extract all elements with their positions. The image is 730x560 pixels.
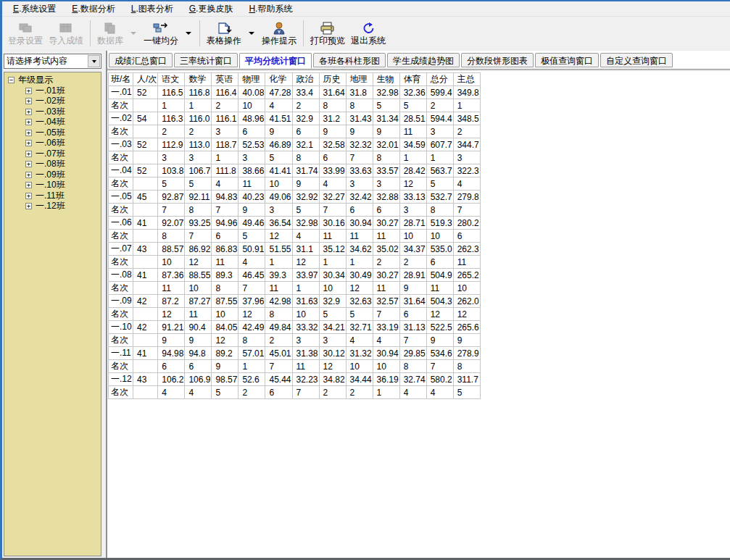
expand-icon[interactable]: + [25, 161, 32, 167]
tab[interactable]: 自定义查询窗口 [600, 53, 673, 67]
menu-item[interactable]: E.系统设置 [5, 1, 64, 17]
table-cell: 35.02 [373, 243, 399, 256]
table-cell: 1 [212, 151, 239, 164]
menu-item[interactable]: L.图表分析 [123, 1, 181, 17]
expand-icon[interactable]: + [25, 88, 32, 94]
menu-item[interactable]: H.帮助系统 [241, 1, 300, 17]
menu-item-label: .更换皮肤 [196, 4, 233, 14]
table-cell: 30.27 [373, 269, 399, 282]
table-cell: 5 [185, 177, 212, 191]
table-cell: 52 [133, 138, 158, 151]
menu-item[interactable]: G.更换皮肤 [181, 1, 241, 17]
table-cell: 3 [292, 334, 319, 347]
table-cell: 6 [292, 125, 319, 138]
tab[interactable]: 学生成绩趋势图 [387, 53, 460, 67]
expand-icon[interactable]: + [25, 98, 32, 104]
toolbar-one-key-average-button[interactable]: 一键均分 [141, 18, 181, 49]
toolbar-table-operations-dropdown[interactable] [244, 18, 259, 49]
table-cell: 33.19 [373, 321, 399, 334]
collapse-icon[interactable]: − [8, 77, 14, 83]
tab[interactable]: 各班各科柱形图 [313, 53, 386, 67]
table-cell: 一.05 [109, 191, 133, 204]
table-cell: 88.55 [185, 269, 212, 282]
toolbar-login-settings-button[interactable]: 登录设置 [5, 18, 46, 49]
table-cell: 28.51 [399, 112, 426, 125]
combo-dropdown-button[interactable] [88, 55, 100, 67]
toolbar-table-operations-button[interactable]: 表格操作 [204, 18, 244, 49]
expand-icon[interactable]: + [25, 119, 32, 125]
tree-item-class[interactable]: +一.12班 [8, 201, 101, 212]
table-cell: 92.87 [158, 191, 185, 204]
table-cell: 111.8 [212, 164, 239, 177]
expand-icon[interactable]: + [25, 130, 32, 136]
expand-icon[interactable]: + [25, 172, 32, 178]
expand-icon[interactable]: + [25, 109, 32, 115]
table-cell: 名次 [109, 308, 133, 321]
table-cell: 6 [373, 204, 399, 217]
column-header: 历史 [319, 73, 346, 86]
toolbar-group: 操作提示 [259, 18, 299, 49]
table-cell: 4 [319, 177, 346, 191]
toolbar-button-label: 表格操作 [207, 35, 241, 46]
table-cell: 9 [319, 125, 346, 138]
table-cell: 12 [239, 308, 265, 321]
tree-root-grade-display[interactable]: −年级显示 [8, 75, 101, 85]
table-cell [133, 308, 158, 321]
table-cell: 2 [292, 99, 319, 112]
toolbar-import-scores-button[interactable]: 导入成绩 [46, 18, 86, 49]
toolbar-exit-system-button[interactable]: 退出系统 [348, 18, 389, 49]
expand-icon[interactable]: + [25, 203, 32, 209]
table-cell [133, 282, 158, 295]
tab[interactable]: 三率统计窗口 [174, 53, 238, 67]
tab[interactable]: 平均分统计窗口 [239, 53, 312, 69]
table-cell: 31.8 [346, 86, 373, 99]
table-cell: 名次 [109, 360, 133, 373]
toolbar-one-key-average-dropdown[interactable] [181, 18, 196, 49]
table-cell: 49.06 [265, 191, 292, 204]
table-cell: 1 [399, 151, 426, 164]
menu-item[interactable]: E.数据分析 [64, 1, 123, 17]
toolbar-print-preview-button[interactable]: 打印预览 [307, 18, 348, 49]
table-cell: 265.2 [453, 269, 480, 282]
table-cell: 4 [346, 334, 373, 347]
table-cell: 32.58 [319, 138, 346, 151]
tab[interactable]: 极值查询窗口 [535, 53, 599, 67]
table-cell: 2 [373, 256, 399, 269]
table-cell: 4 [453, 177, 480, 191]
table-cell: 11 [212, 256, 239, 269]
tab-bar: 成绩汇总窗口三率统计窗口平均分统计窗口各班各科柱形图学生成绩趋势图分数段饼形图表… [107, 51, 730, 69]
table-cell: 8 [319, 99, 346, 112]
table-cell: 32.23 [292, 373, 319, 386]
table-row: 名次787935766387 [109, 204, 481, 217]
table-cell: 48.96 [239, 112, 265, 125]
table-cell: 93.25 [185, 217, 212, 230]
column-header: 政治 [292, 73, 319, 86]
table-cell: 9 [399, 282, 426, 295]
table-cell: 一.09 [109, 295, 133, 308]
table-cell: 57.01 [239, 347, 265, 360]
expand-icon[interactable]: + [25, 140, 32, 146]
exam-content-selector[interactable]: 请选择考试内容 [4, 54, 101, 69]
table-cell: 11 [399, 125, 426, 138]
table-cell: 名次 [109, 256, 133, 269]
table-cell: 11 [185, 308, 212, 321]
table-cell: 116.0 [185, 112, 212, 125]
menu-item-label: .帮助系统 [255, 4, 292, 14]
table-cell: 6 [158, 360, 185, 373]
table-cell: 1 [426, 151, 453, 164]
toolbar-database-dropdown[interactable] [126, 18, 141, 49]
table-row: 一.084187.3688.5589.346.4539.333.9730.343… [109, 269, 481, 282]
table-cell: 8 [292, 151, 319, 164]
toolbar-database-button[interactable]: 数据库 [94, 18, 126, 49]
toolbar-group: 退出系统 [348, 18, 389, 49]
tab[interactable]: 分数段饼形图表 [461, 53, 534, 67]
expand-icon[interactable]: + [25, 193, 32, 199]
table-cell: 9 [185, 334, 212, 347]
table-cell: 2 [319, 386, 346, 399]
expand-icon[interactable]: + [25, 151, 32, 157]
expand-icon[interactable]: + [25, 182, 32, 188]
table-cell: 名次 [109, 230, 133, 243]
tab[interactable]: 成绩汇总窗口 [109, 53, 173, 67]
toolbar-operation-tips-button[interactable]: 操作提示 [259, 18, 299, 49]
table-cell: 4 [265, 99, 292, 112]
